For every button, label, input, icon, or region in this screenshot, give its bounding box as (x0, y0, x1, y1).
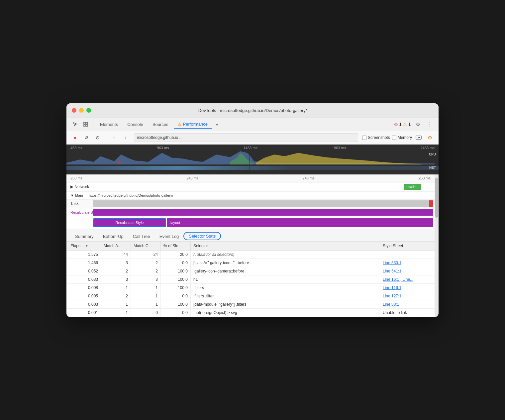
network-track-row[interactable]: ▶ Network data:im... (66, 182, 435, 192)
close-button[interactable] (72, 108, 76, 113)
url-bar: microsoftedge.github.io ... (134, 133, 358, 142)
timeline-cursor[interactable] (249, 151, 250, 171)
flame-row[interactable]: Recalculate Style .layout (66, 217, 435, 229)
svg-rect-7 (419, 137, 420, 138)
recalcstyle-track-row[interactable]: Recalculate Style (66, 208, 435, 217)
cpu-track-label: CPU (429, 153, 436, 156)
error-icon: ⊗ (394, 122, 398, 127)
th-elapsed[interactable]: Elaps... ▼ (68, 242, 101, 250)
tab-summary[interactable]: Summary (70, 232, 98, 242)
th-stylesheet[interactable]: Style Sheet (380, 242, 433, 250)
td-stylesheet-7: Unable to link (380, 309, 433, 317)
td-elapsed-4: 0.008 (68, 284, 101, 292)
error-count: 1 (399, 122, 402, 127)
td-match-a-0: 44 (101, 251, 131, 259)
upload-button[interactable]: ↑ (109, 133, 119, 142)
td-stylesheet-1[interactable]: Line 530:1 (380, 259, 433, 267)
net-track (66, 166, 439, 170)
table-row[interactable]: 0.005 2 1 0.0 .filters .filter Line 127:… (66, 292, 435, 300)
warning-count: 1 (408, 122, 411, 127)
screenshots-checkbox-label[interactable]: Screenshots (362, 135, 390, 140)
th-selector[interactable]: Selector (191, 242, 380, 250)
td-selector-7: :not(foreignObject) > svg (191, 309, 380, 317)
td-stylesheet-6[interactable]: Line 88:1 (380, 300, 433, 308)
inspect-icon[interactable] (81, 120, 90, 129)
window-title: DevTools - microsoftedge.github.io/Demos… (198, 108, 307, 113)
td-stylesheet-2[interactable]: Line 541:1 (380, 267, 433, 275)
td-stylesheet-4[interactable]: Line 116:1 (380, 284, 433, 292)
time-mark-2: 243 ms (186, 176, 198, 180)
record-button[interactable]: ● (70, 133, 80, 142)
svg-rect-2 (84, 125, 85, 126)
cancel-button[interactable]: ⊘ (93, 133, 102, 142)
flame-layout-item[interactable]: .layout (167, 218, 433, 227)
flame-recalc-item[interactable]: Recalculate Style (93, 218, 166, 227)
svg-rect-1 (86, 122, 88, 124)
performance-warning-icon: ⚠ (178, 122, 182, 127)
settings-gear-icon[interactable]: ⚙ (413, 120, 423, 129)
th-pct[interactable]: % of Slo... (161, 242, 191, 250)
table-row[interactable]: 0.033 3 3 100.0 h1 Line 16:1 , Line... (66, 275, 435, 284)
table-row[interactable]: 0.001 1 0 0.0 :not(foreignObject) > svg … (66, 309, 435, 317)
warning-icon: ⚠ (403, 122, 407, 127)
td-match-c-6: 1 (131, 300, 161, 308)
td-pct-0: 20.0 (161, 251, 191, 259)
maximize-button[interactable] (86, 108, 91, 113)
download-button[interactable]: ↓ (121, 133, 130, 142)
timeline-overview[interactable]: 463 ms 963 ms 1463 ms 1963 ms 2463 ms CP… (66, 145, 439, 174)
screenshots-label: Screenshots (368, 135, 390, 140)
memory-checkbox-label[interactable]: Memory (392, 135, 412, 140)
more-options-icon[interactable]: ⋮ (425, 120, 435, 129)
tab-more-button[interactable]: » (213, 121, 221, 128)
time-mark-4: 253 ms (419, 176, 431, 180)
memory-icon-button[interactable] (414, 133, 423, 142)
network-track-label: ▶ Network (66, 184, 89, 189)
timeline-mark-1: 463 ms (70, 146, 82, 150)
vertical-scrollbar[interactable] (435, 174, 439, 317)
tab-event-log[interactable]: Event Log (155, 232, 184, 242)
tab-console[interactable]: Console (123, 121, 147, 128)
tab-call-tree[interactable]: Call Tree (128, 232, 155, 242)
network-bar-item[interactable]: data:im... (404, 184, 421, 190)
performance-settings-icon[interactable]: ⚙ (425, 133, 435, 142)
task-track-row[interactable]: Task (66, 200, 435, 208)
table-row[interactable]: 1.466 3 2 0.0 [class*=" gallery-icon--"]… (66, 259, 435, 267)
scrollbar-thumb[interactable] (435, 178, 438, 218)
timeline-mark-3: 1463 ms (244, 146, 257, 150)
main-track-row[interactable]: ▼ Main — https://microsoftedge.github.io… (66, 192, 435, 200)
td-stylesheet-5[interactable]: Line 127:1 (380, 292, 433, 300)
url-text: microsoftedge.github.io ... (137, 135, 182, 140)
th-match-c[interactable]: Match C... (131, 242, 161, 250)
long-task-indicator (429, 200, 433, 207)
td-elapsed-1: 1.466 (68, 259, 101, 267)
minimize-button[interactable] (79, 108, 84, 113)
tab-sources[interactable]: Sources (149, 121, 172, 128)
th-selector-label: Selector (193, 244, 208, 248)
table-row[interactable]: 0.008 1 1 100.0 .filters Line 116:1 (66, 284, 435, 292)
table-row[interactable]: 0.052 2 2 100.0 .gallery-icon--camera::b… (66, 267, 435, 275)
td-pct-4: 100.0 (161, 284, 191, 292)
tab-selector-stats[interactable]: Selector Stats (183, 232, 221, 240)
td-pct-2: 100.0 (161, 267, 191, 275)
th-match-a[interactable]: Match A... (101, 242, 131, 250)
reload-button[interactable]: ↺ (82, 133, 91, 142)
tab-bottom-up[interactable]: Bottom-Up (98, 232, 128, 242)
cursor-icon[interactable] (70, 120, 80, 129)
td-selector-3: h1 (191, 275, 380, 283)
tab-elements[interactable]: Elements (96, 121, 122, 128)
time-ruler: 238 ms 243 ms 248 ms 253 ms (66, 174, 435, 182)
td-selector-0: (Totals for all selectors) (191, 251, 380, 259)
svg-rect-0 (84, 122, 85, 124)
screenshots-checkbox[interactable] (362, 136, 366, 140)
td-selector-2: .gallery-icon--camera::before (191, 267, 380, 275)
td-elapsed-5: 0.005 (68, 292, 101, 300)
td-stylesheet-3[interactable]: Line 16:1 , Line... (380, 275, 433, 283)
td-match-c-0: 24 (131, 251, 161, 259)
th-match-a-label: Match A... (104, 244, 121, 248)
td-match-a-6: 1 (101, 300, 131, 308)
td-elapsed-7: 0.001 (68, 309, 101, 317)
memory-checkbox[interactable] (392, 136, 396, 140)
table-row[interactable]: 0.003 1 1 100.0 [data-module="gallery"] … (66, 300, 435, 309)
table-row[interactable]: 1.575 44 24 20.0 (Totals for all selecto… (66, 251, 435, 259)
tab-performance[interactable]: ⚠ Performance (174, 120, 212, 129)
